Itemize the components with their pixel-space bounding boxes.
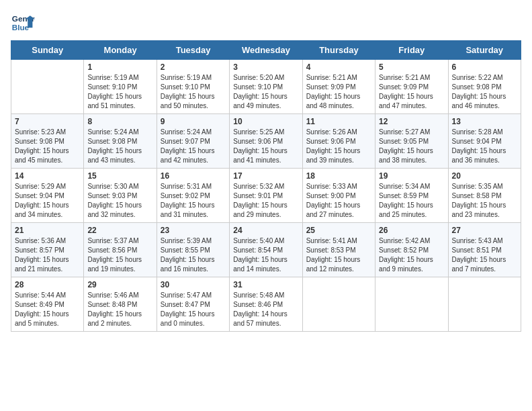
calendar-week-row: 7Sunrise: 5:23 AMSunset: 9:08 PMDaylight… [11,114,521,169]
calendar-cell: 14Sunrise: 5:29 AMSunset: 9:04 PMDayligh… [11,169,84,223]
calendar-week-row: 14Sunrise: 5:29 AMSunset: 9:04 PMDayligh… [11,169,521,223]
day-header-saturday: Saturday [448,41,521,60]
calendar-cell [11,60,84,114]
calendar-table: SundayMondayTuesdayWednesdayThursdayFrid… [11,40,521,332]
day-info: Sunrise: 5:27 AMSunset: 9:05 PMDaylight:… [379,128,444,165]
calendar-cell: 28Sunrise: 5:44 AMSunset: 8:49 PMDayligh… [11,277,84,332]
day-info: Sunrise: 5:34 AMSunset: 8:59 PMDaylight:… [379,182,444,220]
day-number: 22 [87,226,152,235]
day-number: 30 [161,280,226,289]
calendar-cell [302,277,375,332]
svg-text:Blue: Blue [12,23,30,32]
day-info: Sunrise: 5:48 AMSunset: 8:46 PMDaylight:… [233,291,298,328]
calendar-cell: 31Sunrise: 5:48 AMSunset: 8:46 PMDayligh… [230,277,302,332]
day-number: 18 [306,171,371,181]
calendar-week-row: 28Sunrise: 5:44 AMSunset: 8:49 PMDayligh… [11,277,521,332]
calendar-week-row: 1Sunrise: 5:19 AMSunset: 9:10 PMDaylight… [11,60,521,114]
day-number: 7 [15,117,80,126]
day-number: 29 [87,280,152,289]
day-info: Sunrise: 5:21 AMSunset: 9:09 PMDaylight:… [379,73,444,111]
day-info: Sunrise: 5:41 AMSunset: 8:53 PMDaylight:… [306,236,371,274]
day-info: Sunrise: 5:36 AMSunset: 8:57 PMDaylight:… [15,236,80,274]
calendar-cell: 11Sunrise: 5:26 AMSunset: 9:06 PMDayligh… [302,114,375,169]
day-number: 27 [452,226,517,235]
calendar-cell: 8Sunrise: 5:24 AMSunset: 9:08 PMDaylight… [84,114,157,169]
calendar-cell [448,277,521,332]
day-info: Sunrise: 5:40 AMSunset: 8:54 PMDaylight:… [233,236,298,274]
calendar-cell: 18Sunrise: 5:33 AMSunset: 9:00 PMDayligh… [302,169,375,223]
day-number: 19 [379,171,444,181]
day-header-wednesday: Wednesday [230,41,302,60]
day-info: Sunrise: 5:29 AMSunset: 9:04 PMDaylight:… [15,182,80,220]
day-number: 24 [233,226,298,235]
day-info: Sunrise: 5:26 AMSunset: 9:06 PMDaylight:… [306,128,371,165]
day-number: 31 [233,280,298,289]
calendar-cell: 17Sunrise: 5:32 AMSunset: 9:01 PMDayligh… [230,169,302,223]
calendar-cell: 2Sunrise: 5:19 AMSunset: 9:10 PMDaylight… [157,60,229,114]
calendar-cell: 24Sunrise: 5:40 AMSunset: 8:54 PMDayligh… [230,223,302,277]
day-info: Sunrise: 5:22 AMSunset: 9:08 PMDaylight:… [452,73,517,111]
day-info: Sunrise: 5:30 AMSunset: 9:03 PMDaylight:… [87,182,152,220]
calendar-cell: 5Sunrise: 5:21 AMSunset: 9:09 PMDaylight… [375,60,448,114]
day-number: 11 [306,117,371,126]
calendar-cell: 26Sunrise: 5:42 AMSunset: 8:52 PMDayligh… [375,223,448,277]
day-header-sunday: Sunday [11,41,84,60]
day-number: 16 [161,171,226,181]
calendar-cell: 22Sunrise: 5:37 AMSunset: 8:56 PMDayligh… [84,223,157,277]
day-number: 5 [379,62,444,72]
calendar-cell: 23Sunrise: 5:39 AMSunset: 8:55 PMDayligh… [157,223,229,277]
day-info: Sunrise: 5:37 AMSunset: 8:56 PMDaylight:… [87,236,152,274]
day-number: 25 [306,226,371,235]
day-info: Sunrise: 5:39 AMSunset: 8:55 PMDaylight:… [161,236,226,274]
day-header-friday: Friday [375,41,448,60]
calendar-cell: 6Sunrise: 5:22 AMSunset: 9:08 PMDaylight… [448,60,521,114]
day-header-thursday: Thursday [302,41,375,60]
day-info: Sunrise: 5:28 AMSunset: 9:04 PMDaylight:… [452,128,517,165]
calendar-cell: 30Sunrise: 5:47 AMSunset: 8:47 PMDayligh… [157,277,229,332]
day-header-monday: Monday [84,41,157,60]
calendar-cell: 12Sunrise: 5:27 AMSunset: 9:05 PMDayligh… [375,114,448,169]
day-info: Sunrise: 5:21 AMSunset: 9:09 PMDaylight:… [306,73,371,111]
day-info: Sunrise: 5:46 AMSunset: 8:48 PMDaylight:… [87,291,152,328]
day-info: Sunrise: 5:19 AMSunset: 9:10 PMDaylight:… [87,73,152,111]
day-info: Sunrise: 5:24 AMSunset: 9:07 PMDaylight:… [161,128,226,165]
calendar-cell: 19Sunrise: 5:34 AMSunset: 8:59 PMDayligh… [375,169,448,223]
calendar-cell: 1Sunrise: 5:19 AMSunset: 9:10 PMDaylight… [84,60,157,114]
day-number: 1 [87,62,152,72]
day-number: 14 [15,171,80,181]
day-header-tuesday: Tuesday [157,41,229,60]
calendar-cell: 29Sunrise: 5:46 AMSunset: 8:48 PMDayligh… [84,277,157,332]
day-info: Sunrise: 5:47 AMSunset: 8:47 PMDaylight:… [161,291,226,328]
day-number: 3 [233,62,298,72]
calendar-cell: 16Sunrise: 5:31 AMSunset: 9:02 PMDayligh… [157,169,229,223]
day-number: 13 [452,117,517,126]
day-number: 15 [87,171,152,181]
calendar-cell: 15Sunrise: 5:30 AMSunset: 9:03 PMDayligh… [84,169,157,223]
day-info: Sunrise: 5:35 AMSunset: 8:58 PMDaylight:… [452,182,517,220]
day-info: Sunrise: 5:19 AMSunset: 9:10 PMDaylight:… [161,73,226,111]
day-info: Sunrise: 5:24 AMSunset: 9:08 PMDaylight:… [87,128,152,165]
day-number: 21 [15,226,80,235]
calendar-cell: 27Sunrise: 5:43 AMSunset: 8:51 PMDayligh… [448,223,521,277]
day-number: 2 [161,62,226,72]
page-header: General Blue [11,11,521,35]
calendar-body: 1Sunrise: 5:19 AMSunset: 9:10 PMDaylight… [11,60,521,332]
calendar-cell: 4Sunrise: 5:21 AMSunset: 9:09 PMDaylight… [302,60,375,114]
logo-icon: General Blue [11,11,35,35]
calendar-cell: 13Sunrise: 5:28 AMSunset: 9:04 PMDayligh… [448,114,521,169]
calendar-cell: 20Sunrise: 5:35 AMSunset: 8:58 PMDayligh… [448,169,521,223]
day-number: 9 [161,117,226,126]
day-info: Sunrise: 5:42 AMSunset: 8:52 PMDaylight:… [379,236,444,274]
calendar-cell: 3Sunrise: 5:20 AMSunset: 9:10 PMDaylight… [230,60,302,114]
day-number: 28 [15,280,80,289]
logo: General Blue [11,11,35,35]
day-info: Sunrise: 5:43 AMSunset: 8:51 PMDaylight:… [452,236,517,274]
day-info: Sunrise: 5:23 AMSunset: 9:08 PMDaylight:… [15,128,80,165]
calendar-week-row: 21Sunrise: 5:36 AMSunset: 8:57 PMDayligh… [11,223,521,277]
day-number: 26 [379,226,444,235]
day-number: 10 [233,117,298,126]
day-info: Sunrise: 5:32 AMSunset: 9:01 PMDaylight:… [233,182,298,220]
day-number: 17 [233,171,298,181]
day-number: 8 [87,117,152,126]
day-number: 6 [452,62,517,72]
